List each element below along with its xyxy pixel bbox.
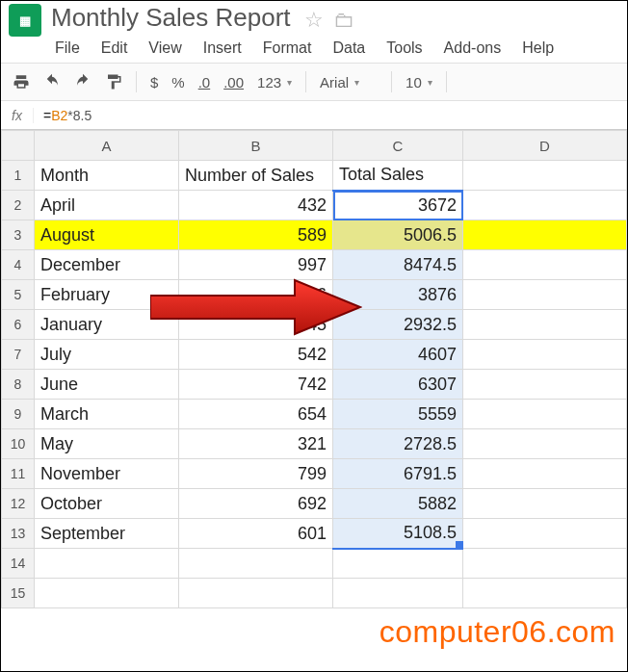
number-format-dropdown[interactable]: 123 bbox=[257, 74, 292, 90]
cell[interactable]: February bbox=[35, 280, 179, 310]
row-header[interactable]: 13 bbox=[2, 519, 35, 549]
select-all-corner[interactable] bbox=[2, 131, 35, 161]
cell[interactable] bbox=[463, 549, 627, 579]
col-header-c[interactable]: C bbox=[333, 131, 463, 161]
format-percent-button[interactable]: % bbox=[171, 74, 184, 90]
cell[interactable] bbox=[463, 161, 627, 191]
row-header[interactable]: 12 bbox=[2, 489, 35, 519]
cell[interactable]: 542 bbox=[179, 340, 333, 370]
decrease-decimal-button[interactable]: .0 bbox=[198, 74, 211, 90]
cell[interactable]: 6307 bbox=[333, 370, 463, 400]
paint-format-icon[interactable] bbox=[105, 73, 122, 90]
menu-file[interactable]: File bbox=[55, 39, 80, 57]
cell[interactable]: 742 bbox=[179, 370, 333, 400]
cell[interactable]: November bbox=[35, 459, 179, 489]
cell[interactable]: May bbox=[35, 429, 179, 459]
format-currency-button[interactable]: $ bbox=[150, 74, 158, 90]
cell[interactable] bbox=[333, 579, 463, 608]
row-header[interactable]: 15 bbox=[2, 579, 35, 608]
folder-icon[interactable]: 🗀 bbox=[333, 8, 354, 33]
cell[interactable]: July bbox=[35, 340, 179, 370]
document-title[interactable]: Monthly Sales Report bbox=[51, 3, 291, 33]
menu-format[interactable]: Format bbox=[263, 39, 312, 57]
cell[interactable] bbox=[35, 549, 179, 579]
row-header[interactable]: 6 bbox=[2, 310, 35, 340]
cell[interactable] bbox=[463, 519, 627, 549]
cell[interactable] bbox=[35, 579, 179, 608]
cell[interactable]: 8474.5 bbox=[333, 250, 463, 280]
cell-active[interactable]: 3672 bbox=[333, 191, 463, 220]
menu-view[interactable]: View bbox=[148, 39, 181, 57]
fill-handle[interactable] bbox=[456, 541, 463, 549]
row-header[interactable]: 8 bbox=[2, 370, 35, 400]
cell[interactable]: Total Sales bbox=[333, 161, 463, 191]
cell[interactable]: June bbox=[35, 370, 179, 400]
cell[interactable]: 2728.5 bbox=[333, 429, 463, 459]
menu-edit[interactable]: Edit bbox=[101, 39, 128, 57]
cell[interactable]: Number of Sales bbox=[179, 161, 333, 191]
row-header[interactable]: 9 bbox=[2, 400, 35, 429]
cell[interactable] bbox=[463, 370, 627, 400]
cell[interactable]: April bbox=[35, 191, 179, 220]
cell[interactable]: March bbox=[35, 400, 179, 429]
row-header[interactable]: 5 bbox=[2, 280, 35, 310]
cell[interactable]: Month bbox=[35, 161, 179, 191]
cell[interactable]: 321 bbox=[179, 429, 333, 459]
menu-help[interactable]: Help bbox=[522, 39, 554, 57]
cell[interactable]: 6791.5 bbox=[333, 459, 463, 489]
cell[interactable]: 345 bbox=[179, 310, 333, 340]
col-header-a[interactable]: A bbox=[35, 131, 179, 161]
cell[interactable] bbox=[463, 459, 627, 489]
cell[interactable]: 692 bbox=[179, 489, 333, 519]
cell[interactable]: August bbox=[35, 220, 179, 250]
cell[interactable]: 4607 bbox=[333, 340, 463, 370]
cell[interactable] bbox=[463, 489, 627, 519]
cell[interactable]: 2932.5 bbox=[333, 310, 463, 340]
cell[interactable] bbox=[463, 250, 627, 280]
cell[interactable] bbox=[463, 429, 627, 459]
row-header[interactable]: 1 bbox=[2, 161, 35, 191]
cell[interactable]: 997 bbox=[179, 250, 333, 280]
formula-input[interactable]: =B2*8.5 bbox=[34, 108, 92, 123]
font-size-dropdown[interactable]: 10 bbox=[406, 74, 432, 90]
menu-addons[interactable]: Add-ons bbox=[444, 39, 502, 57]
cell[interactable]: 432 bbox=[179, 191, 333, 220]
cell[interactable]: September bbox=[35, 519, 179, 549]
cell[interactable]: 5006.5 bbox=[333, 220, 463, 250]
cell[interactable] bbox=[463, 191, 627, 220]
redo-icon[interactable] bbox=[74, 73, 92, 90]
menu-data[interactable]: Data bbox=[332, 39, 365, 57]
cell[interactable] bbox=[179, 579, 333, 608]
sheets-app-icon[interactable]: ▦ bbox=[9, 4, 41, 37]
star-icon[interactable]: ☆ bbox=[304, 8, 324, 33]
row-header[interactable]: 4 bbox=[2, 250, 35, 280]
print-icon[interactable] bbox=[13, 73, 30, 90]
cell[interactable] bbox=[333, 549, 463, 579]
cell[interactable]: 654 bbox=[179, 400, 333, 429]
spreadsheet-grid[interactable]: A B C D 1 Month Number of Sales Total Sa… bbox=[1, 130, 627, 608]
cell[interactable]: January bbox=[35, 310, 179, 340]
cell[interactable] bbox=[463, 280, 627, 310]
cell[interactable]: December bbox=[35, 250, 179, 280]
row-header[interactable]: 11 bbox=[2, 459, 35, 489]
menu-tools[interactable]: Tools bbox=[386, 39, 422, 57]
cell[interactable] bbox=[463, 340, 627, 370]
cell[interactable] bbox=[463, 310, 627, 340]
font-family-dropdown[interactable]: Arial bbox=[320, 74, 378, 90]
col-header-d[interactable]: D bbox=[463, 131, 627, 161]
cell[interactable]: 5559 bbox=[333, 400, 463, 429]
increase-decimal-button[interactable]: .00 bbox=[223, 74, 244, 90]
cell[interactable]: 3876 bbox=[333, 280, 463, 310]
cell[interactable]: 5882 bbox=[333, 489, 463, 519]
menu-insert[interactable]: Insert bbox=[203, 39, 242, 57]
cell[interactable] bbox=[463, 579, 627, 608]
row-header[interactable]: 14 bbox=[2, 549, 35, 579]
row-header[interactable]: 2 bbox=[2, 191, 35, 220]
cell[interactable]: 589 bbox=[179, 220, 333, 250]
col-header-b[interactable]: B bbox=[179, 131, 333, 161]
cell[interactable]: 799 bbox=[179, 459, 333, 489]
row-header[interactable]: 3 bbox=[2, 220, 35, 250]
row-header[interactable]: 10 bbox=[2, 429, 35, 459]
cell[interactable] bbox=[463, 220, 627, 250]
cell[interactable] bbox=[179, 549, 333, 579]
